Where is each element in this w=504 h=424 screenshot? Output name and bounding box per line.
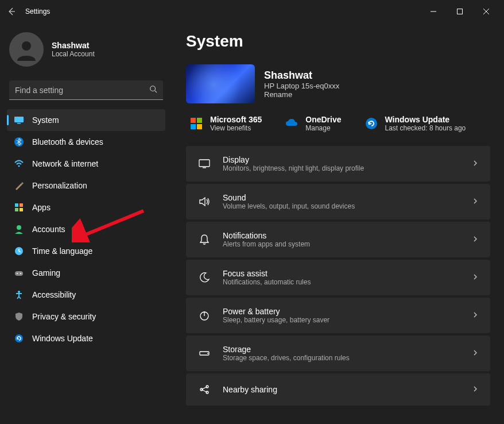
quicklink-title: Windows Update	[385, 115, 466, 124]
nav-label: System	[32, 115, 59, 125]
svg-rect-4	[17, 123, 21, 124]
nav-label: Network & internet	[32, 159, 98, 168]
sidebar-item-apps[interactable]: Apps	[7, 196, 165, 218]
sidebar-item-system[interactable]: System	[7, 109, 165, 131]
sidebar-item-personalization[interactable]: Personalization	[7, 175, 165, 196]
search-icon	[149, 85, 157, 95]
cloud-icon	[285, 117, 298, 130]
quicklink-m365[interactable]: Microsoft 365 View benefits	[189, 115, 262, 132]
window-controls	[420, 2, 499, 21]
svg-point-11	[17, 225, 21, 230]
setting-title: Power & battery	[223, 307, 460, 316]
svg-rect-8	[20, 203, 23, 207]
setting-display[interactable]: Display Monitors, brightness, night ligh…	[186, 146, 490, 182]
apps-icon	[14, 202, 24, 213]
nav-label: Apps	[32, 203, 51, 212]
nav-label: Privacy & security	[32, 312, 96, 321]
nav-label: Time & language	[32, 246, 92, 256]
quicklink-onedrive[interactable]: OneDrive Manage	[285, 115, 341, 132]
setting-title: Nearby sharing	[223, 385, 460, 394]
minimize-icon	[431, 9, 436, 14]
back-button[interactable]	[5, 5, 18, 18]
refresh-icon	[365, 117, 378, 130]
svg-rect-13	[15, 271, 23, 276]
svg-rect-0	[458, 9, 463, 14]
quick-links: Microsoft 365 View benefits OneDrive Man…	[186, 115, 490, 132]
chevron-right-icon	[472, 234, 479, 245]
sidebar-item-bluetooth[interactable]: Bluetooth & devices	[7, 131, 165, 153]
microsoft-365-icon	[189, 117, 203, 130]
device-row: Shashwat HP Laptop 15s-eq0xxx Rename	[186, 64, 490, 103]
wifi-icon	[14, 159, 24, 169]
page-title: System	[186, 32, 490, 51]
svg-rect-9	[15, 208, 18, 211]
setting-nearby[interactable]: Nearby sharing	[186, 373, 490, 406]
search-box[interactable]	[9, 80, 163, 100]
sidebar-item-time[interactable]: Time & language	[7, 240, 165, 262]
nav-label: Personalization	[32, 181, 87, 190]
person-icon	[14, 224, 24, 234]
titlebar: Settings	[0, 0, 504, 23]
content: System Shashwat HP Laptop 15s-eq0xxx Ren…	[172, 23, 504, 424]
setting-notifications[interactable]: Notifications Alerts from apps and syste…	[186, 222, 490, 257]
quicklink-sub: Last checked: 8 hours ago	[385, 124, 466, 132]
svg-rect-21	[197, 124, 202, 129]
quicklink-title: OneDrive	[305, 115, 341, 124]
power-icon	[197, 309, 211, 322]
setting-sub: Monitors, brightness, night light, displ…	[223, 164, 460, 172]
setting-sub: Sleep, battery usage, battery saver	[223, 316, 460, 324]
minimize-button[interactable]	[420, 2, 447, 21]
chevron-right-icon	[472, 348, 479, 359]
display-icon	[197, 157, 211, 171]
setting-title: Storage	[223, 345, 460, 354]
svg-point-15	[20, 273, 21, 274]
sidebar-item-gaming[interactable]: Gaming	[7, 262, 165, 284]
svg-rect-10	[20, 208, 23, 211]
update-icon	[14, 333, 24, 344]
nav-label: Accessibility	[32, 290, 76, 299]
search-input[interactable]	[15, 86, 149, 95]
svg-rect-23	[199, 160, 210, 167]
bell-icon	[197, 233, 211, 246]
setting-sub: Volume levels, output, input, sound devi…	[223, 202, 460, 210]
chevron-right-icon	[472, 272, 479, 283]
quicklink-winupdate[interactable]: Windows Update Last checked: 8 hours ago	[365, 115, 466, 132]
setting-sound[interactable]: Sound Volume levels, output, input, soun…	[186, 184, 490, 219]
gamepad-icon	[14, 268, 24, 278]
nav-label: Accounts	[32, 225, 65, 234]
profile-name: Shashwat	[52, 41, 95, 50]
sidebar-item-network[interactable]: Network & internet	[7, 153, 165, 175]
svg-point-2	[150, 86, 156, 91]
setting-title: Focus assist	[223, 269, 460, 278]
sidebar-item-accessibility[interactable]: Accessibility	[7, 284, 165, 306]
nav-list: System Bluetooth & devices Network & int…	[0, 109, 172, 349]
profile-block[interactable]: Shashwat Local Account	[0, 32, 172, 80]
svg-rect-3	[14, 117, 24, 122]
sidebar-item-accounts[interactable]: Accounts	[7, 218, 165, 240]
sound-icon	[197, 195, 211, 209]
chevron-right-icon	[472, 384, 479, 395]
setting-sub: Notifications, automatic rules	[223, 278, 460, 286]
svg-point-1	[22, 41, 31, 51]
maximize-button[interactable]	[447, 2, 473, 21]
window-title: Settings	[25, 7, 50, 16]
device-thumbnail[interactable]	[186, 64, 255, 103]
rename-link[interactable]: Rename	[264, 90, 339, 99]
sidebar: Shashwat Local Account System Bluetooth …	[0, 23, 172, 424]
svg-point-14	[17, 273, 18, 274]
setting-title: Notifications	[223, 231, 460, 240]
close-button[interactable]	[473, 2, 499, 21]
setting-storage[interactable]: Storage Storage space, drives, configura…	[186, 336, 490, 371]
setting-focus[interactable]: Focus assist Notifications, automatic ru…	[186, 260, 490, 295]
sidebar-item-privacy[interactable]: Privacy & security	[7, 306, 165, 327]
accessibility-icon	[14, 290, 24, 300]
bluetooth-icon	[14, 137, 24, 147]
device-model: HP Laptop 15s-eq0xxx	[264, 82, 339, 90]
svg-rect-7	[15, 203, 18, 207]
sidebar-item-update[interactable]: Windows Update	[7, 327, 165, 349]
setting-title: Sound	[223, 193, 460, 202]
svg-rect-20	[191, 124, 196, 129]
chevron-right-icon	[472, 196, 479, 207]
avatar	[9, 32, 44, 67]
setting-power[interactable]: Power & battery Sleep, battery usage, ba…	[186, 298, 490, 333]
